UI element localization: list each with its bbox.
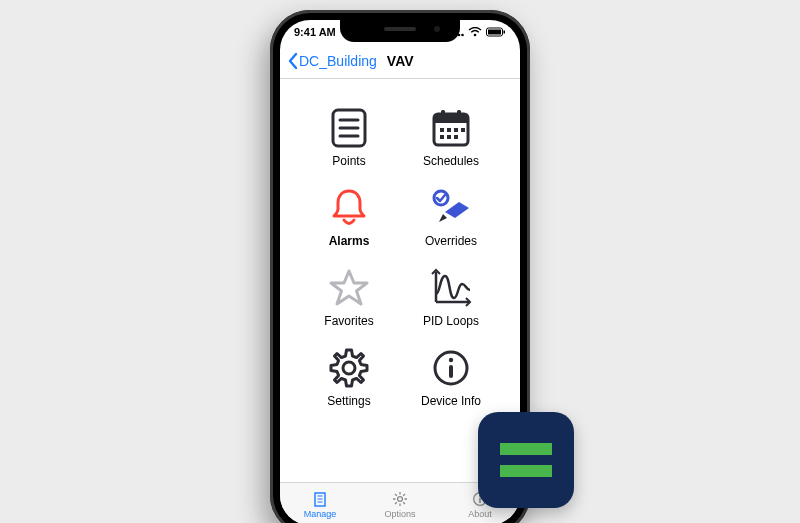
tile-device-info[interactable]: Device Info bbox=[412, 346, 490, 408]
favorites-icon bbox=[327, 266, 371, 310]
gear-icon bbox=[392, 490, 408, 508]
tab-label: Options bbox=[384, 509, 415, 519]
svg-rect-29 bbox=[449, 365, 453, 378]
tile-favorites[interactable]: Favorites bbox=[310, 266, 388, 328]
tile-settings[interactable]: Settings bbox=[310, 346, 388, 408]
svg-line-42 bbox=[403, 494, 405, 496]
points-icon bbox=[327, 106, 371, 150]
svg-line-41 bbox=[395, 502, 397, 504]
tab-label: About bbox=[468, 509, 492, 519]
svg-rect-21 bbox=[447, 135, 451, 139]
svg-line-39 bbox=[395, 494, 397, 496]
building-icon bbox=[312, 490, 328, 508]
app-icon-badge bbox=[478, 412, 574, 508]
svg-rect-19 bbox=[461, 128, 465, 132]
svg-rect-17 bbox=[447, 128, 451, 132]
back-button[interactable]: DC_Building bbox=[286, 52, 377, 70]
tab-manage[interactable]: Manage bbox=[280, 483, 360, 523]
tile-points[interactable]: Points bbox=[310, 106, 388, 168]
svg-rect-15 bbox=[457, 110, 461, 118]
settings-icon bbox=[327, 346, 371, 390]
tile-label: Overrides bbox=[425, 234, 477, 248]
svg-rect-16 bbox=[440, 128, 444, 132]
svg-rect-14 bbox=[441, 110, 445, 118]
tile-alarms[interactable]: Alarms bbox=[310, 186, 388, 248]
tile-label: PID Loops bbox=[423, 314, 479, 328]
tab-label: Manage bbox=[304, 509, 337, 519]
svg-rect-13 bbox=[434, 114, 468, 123]
svg-rect-22 bbox=[454, 135, 458, 139]
svg-rect-18 bbox=[454, 128, 458, 132]
alarms-icon bbox=[327, 186, 371, 230]
overrides-icon bbox=[429, 186, 473, 230]
chevron-left-icon bbox=[286, 52, 300, 70]
svg-point-3 bbox=[461, 33, 464, 36]
device-info-icon bbox=[429, 346, 473, 390]
schedules-icon bbox=[429, 106, 473, 150]
tile-label: Device Info bbox=[421, 394, 481, 408]
tile-overrides[interactable]: Overrides bbox=[412, 186, 490, 248]
tile-label: Settings bbox=[327, 394, 370, 408]
svg-point-26 bbox=[343, 362, 355, 374]
battery-icon bbox=[486, 27, 506, 37]
tab-options[interactable]: Options bbox=[360, 483, 440, 523]
svg-point-4 bbox=[474, 34, 477, 37]
svg-rect-6 bbox=[488, 30, 501, 35]
tile-label: Favorites bbox=[324, 314, 373, 328]
svg-rect-20 bbox=[440, 135, 444, 139]
tile-label: Points bbox=[332, 154, 365, 168]
back-label: DC_Building bbox=[299, 53, 377, 69]
app-icon-bar bbox=[500, 465, 552, 477]
svg-line-40 bbox=[403, 502, 405, 504]
tile-label: Schedules bbox=[423, 154, 479, 168]
wifi-icon bbox=[468, 27, 482, 37]
pid-loops-icon bbox=[429, 266, 473, 310]
phone-notch bbox=[340, 20, 460, 42]
tile-pid-loops[interactable]: PID Loops bbox=[412, 266, 490, 328]
page-title: VAV bbox=[387, 53, 414, 69]
svg-point-28 bbox=[449, 358, 453, 362]
svg-rect-7 bbox=[504, 31, 506, 34]
tile-label: Alarms bbox=[329, 234, 370, 248]
app-icon-bar bbox=[500, 443, 552, 455]
svg-point-34 bbox=[398, 496, 403, 501]
nav-bar: DC_Building VAV bbox=[280, 44, 520, 79]
tile-schedules[interactable]: Schedules bbox=[412, 106, 490, 168]
status-time: 9:41 AM bbox=[294, 26, 336, 38]
